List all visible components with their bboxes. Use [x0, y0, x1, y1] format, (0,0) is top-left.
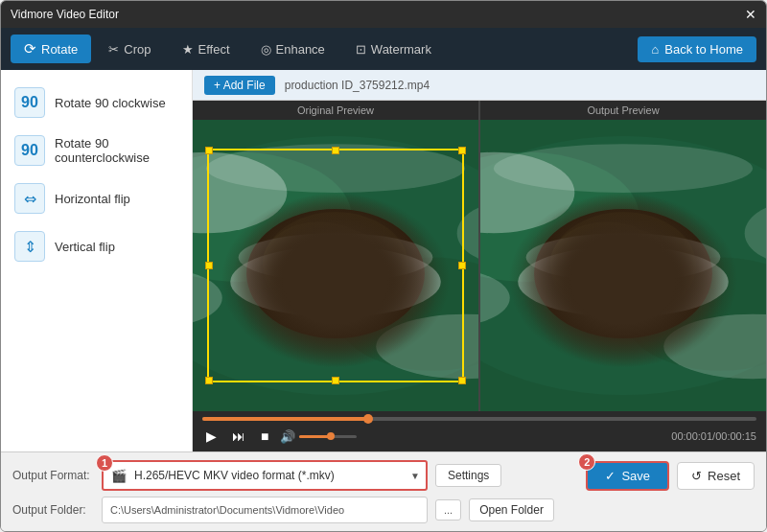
tab-rotate[interactable]: ⟳ Rotate — [11, 35, 91, 63]
output-preview-video — [480, 120, 766, 411]
rotate-90ccw-label: Rotate 90 counterclockwise — [55, 136, 178, 165]
vflip-label: Vertical flip — [55, 240, 115, 254]
format-select[interactable]: H.265/HEVC MKV video format (*.mkv) — [104, 462, 426, 489]
save-reset-group: 2 ✓ Save ↺ Reset — [586, 461, 755, 491]
time-total: 00:00:15 — [715, 430, 756, 442]
svg-point-14 — [239, 233, 433, 282]
rotate-tab-icon: ⟳ — [24, 40, 36, 58]
svg-point-29 — [518, 246, 729, 317]
svg-point-7 — [193, 268, 222, 327]
tab-effect[interactable]: ★ Effect — [169, 36, 244, 62]
svg-point-10 — [263, 212, 408, 318]
svg-point-26 — [550, 212, 696, 318]
file-name: production ID_3759212.mp4 — [285, 79, 430, 92]
stop-button[interactable]: ■ — [257, 427, 272, 446]
tab-crop[interactable]: ✂ Crop — [95, 36, 164, 62]
rotate-90cw-item[interactable]: 90 Rotate 90 clockwise — [1, 80, 192, 126]
rotate-90ccw-icon: 90 — [14, 135, 45, 166]
handle-bm[interactable] — [332, 377, 339, 384]
folder-path: C:\Users\Administrator\Documents\Vidmore… — [102, 497, 428, 523]
back-home-label: Back to Home — [664, 42, 743, 57]
output-preview-pane: Output Preview — [480, 101, 766, 411]
playback-row: ▶ ⏭ ■ 🔊 00:00:01/00:00:15 — [202, 427, 756, 446]
rotate-90ccw-item[interactable]: 90 Rotate 90 counterclockwise — [1, 127, 192, 173]
original-preview-pane: Original Preview — [193, 101, 478, 411]
open-folder-button[interactable]: Open Folder — [469, 498, 554, 521]
back-to-home-button[interactable]: ⌂ Back to Home — [638, 36, 756, 62]
badge-2: 2 — [578, 453, 595, 471]
svg-point-2 — [193, 152, 352, 282]
watermark-tab-label: Watermark — [371, 42, 431, 57]
svg-point-17 — [480, 136, 766, 395]
right-panel: + Add File production ID_3759212.mp4 Ori… — [193, 70, 766, 451]
time-display: 00:00:01/00:00:15 — [671, 430, 756, 442]
handle-tr[interactable] — [458, 147, 466, 154]
tab-enhance[interactable]: ◎ Enhance — [247, 36, 338, 62]
enhance-tab-label: Enhance — [276, 42, 325, 57]
rotate-90cw-icon: 90 — [14, 87, 45, 118]
reset-icon: ↺ — [691, 469, 702, 483]
save-checkmark-icon: ✓ — [605, 469, 616, 483]
settings-button[interactable]: Settings — [435, 464, 501, 487]
output-island-image — [480, 120, 766, 411]
main-area: 90 Rotate 90 clockwise 90 Rotate 90 coun… — [1, 70, 766, 451]
hflip-item[interactable]: ⇔ Horizontal flip — [1, 175, 192, 221]
add-file-label: + Add File — [214, 79, 266, 92]
svg-point-22 — [494, 144, 753, 193]
original-preview-video — [193, 120, 478, 411]
svg-point-21 — [663, 314, 766, 380]
svg-rect-16 — [480, 120, 766, 411]
crop-tab-label: Crop — [124, 42, 151, 57]
hflip-label: Horizontal flip — [55, 192, 130, 206]
save-label: Save — [621, 469, 650, 483]
reset-button[interactable]: ↺ Reset — [677, 462, 755, 490]
progress-fill — [202, 417, 368, 421]
left-panel: 90 Rotate 90 clockwise 90 Rotate 90 coun… — [1, 70, 193, 451]
browse-button[interactable]: ... — [435, 499, 461, 520]
handle-br[interactable] — [458, 377, 466, 384]
time-current: 00:00:01 — [671, 430, 712, 442]
handle-bl[interactable] — [205, 377, 213, 384]
play-button[interactable]: ▶ — [202, 427, 221, 446]
svg-point-8 — [457, 200, 478, 266]
title-bar: Vidmore Video Editor ✕ — [1, 1, 766, 28]
save-button[interactable]: ✓ Save — [586, 461, 669, 491]
svg-rect-0 — [193, 120, 478, 411]
volume-thumb[interactable] — [327, 432, 335, 440]
preview-area: Original Preview — [193, 101, 766, 411]
save-button-wrap: 2 ✓ Save — [586, 461, 669, 491]
folder-path-text: C:\Users\Administrator\Documents\Vidmore… — [110, 504, 344, 516]
svg-point-27 — [550, 221, 663, 302]
app-title: Vidmore Video Editor — [11, 8, 119, 21]
file-bar: + Add File production ID_3759212.mp4 — [193, 70, 766, 101]
vflip-icon: ⇕ — [14, 231, 45, 262]
svg-point-9 — [246, 209, 425, 338]
enhance-tab-icon: ◎ — [261, 42, 271, 57]
handle-rm[interactable] — [458, 262, 466, 269]
original-video-svg — [193, 120, 478, 411]
rotate-tab-label: Rotate — [41, 42, 78, 57]
close-button[interactable]: ✕ — [745, 7, 756, 22]
selection-box — [207, 149, 464, 382]
vflip-item[interactable]: ⇕ Vertical flip — [1, 223, 192, 269]
output-video-svg — [480, 120, 766, 411]
playback-controls: ▶ ⏭ ■ 🔊 00:00:01/00:00:15 — [193, 411, 766, 451]
next-frame-button[interactable]: ⏭ — [228, 427, 249, 446]
handle-lm[interactable] — [205, 262, 213, 269]
progress-bar[interactable] — [202, 417, 756, 421]
svg-point-23 — [480, 268, 510, 327]
effect-tab-icon: ★ — [182, 42, 194, 57]
svg-point-15 — [345, 259, 352, 266]
svg-point-4 — [193, 152, 287, 233]
format-select-wrap: 1 🎬 H.265/HEVC MKV video format (*.mkv) … — [102, 460, 428, 491]
tab-watermark[interactable]: ⊡ Watermark — [342, 36, 445, 62]
volume-bar[interactable] — [299, 435, 357, 438]
add-file-button[interactable]: + Add File — [204, 76, 275, 95]
handle-tl[interactable] — [205, 147, 213, 154]
footer-bar: Output Format: 1 🎬 H.265/HEVC MKV video … — [1, 451, 766, 531]
crop-tab-icon: ✂ — [108, 42, 119, 57]
handle-tm[interactable] — [332, 147, 339, 154]
progress-thumb[interactable] — [363, 414, 373, 424]
volume-control: 🔊 — [280, 429, 357, 444]
reset-label: Reset — [708, 469, 740, 483]
